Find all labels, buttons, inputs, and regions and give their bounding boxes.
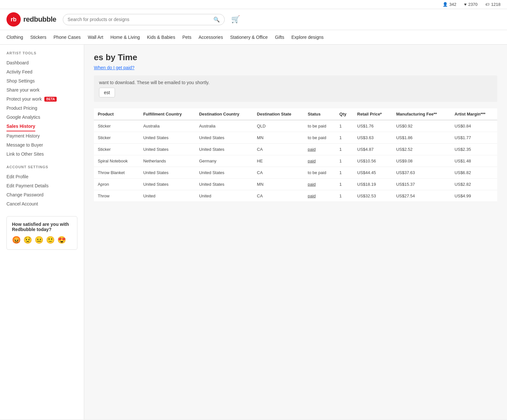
likes-icon: ♥ xyxy=(464,2,467,7)
sidebar-item-change-password[interactable]: Change Password xyxy=(6,190,77,199)
cell-qty: 1 xyxy=(335,167,353,179)
col-header-dest-country: Destination Country xyxy=(195,108,253,120)
cell-status[interactable]: paid xyxy=(304,179,336,190)
col-header-dest-state: Destination State xyxy=(253,108,304,120)
emoji-neutral[interactable]: 😐 xyxy=(35,236,43,244)
download-notice: want to download. These will be emailed … xyxy=(94,75,497,102)
cell-product: Apron xyxy=(94,179,139,190)
cell-fulfillment: United States xyxy=(139,179,195,190)
cell-dest-state: CA xyxy=(253,144,304,155)
cell-retail: US$32.53 xyxy=(353,190,392,202)
cell-product: Sticker xyxy=(94,132,139,144)
artist-tools-title: ARTIST TOOLS xyxy=(6,51,77,55)
nav-item-kids-babies[interactable]: Kids & Babies xyxy=(147,30,175,44)
cell-margin: US$1.77 xyxy=(451,132,497,144)
cell-qty: 1 xyxy=(335,132,353,144)
cell-qty: 1 xyxy=(335,179,353,190)
sidebar-item-link-to-other-sites[interactable]: Link to Other Sites xyxy=(6,149,77,159)
cell-retail: US$4.87 xyxy=(353,144,392,155)
cell-fulfillment: United xyxy=(139,190,195,202)
cell-retail: US$1.76 xyxy=(353,120,392,132)
cell-fulfillment: United States xyxy=(139,144,195,155)
cell-mfg-fee: US$9.08 xyxy=(392,155,451,167)
emoji-sad[interactable]: 😟 xyxy=(23,236,32,244)
cell-destination: United xyxy=(195,190,253,202)
sidebar-item-share-work[interactable]: Share your work xyxy=(6,85,77,94)
sidebar-item-shop-settings[interactable]: Shop Settings xyxy=(6,76,77,85)
sidebar-item-edit-profile[interactable]: Edit Profile xyxy=(6,172,77,181)
nav-item-accessories[interactable]: Accessories xyxy=(198,30,223,44)
cell-status[interactable]: paid xyxy=(304,190,336,202)
col-header-qty: Qty xyxy=(335,108,353,120)
cell-status: to be paid xyxy=(304,167,336,179)
cell-dest-state: MN xyxy=(253,179,304,190)
tags-count: 🏷 1218 xyxy=(485,2,501,7)
nav-item-pets[interactable]: Pets xyxy=(182,30,191,44)
nav-item-phone-cases[interactable]: Phone Cases xyxy=(53,30,81,44)
table-row: Apron United States United States MN pai… xyxy=(94,179,497,190)
cell-mfg-fee: US$0.92 xyxy=(392,120,451,132)
cell-product: Sticker xyxy=(94,120,139,132)
cell-qty: 1 xyxy=(335,120,353,132)
sidebar-item-dashboard[interactable]: Dashboard xyxy=(6,58,77,67)
cell-product: Throw xyxy=(94,190,139,202)
nav-item-clothing[interactable]: Clothing xyxy=(6,30,23,44)
nav-item-home-living[interactable]: Home & Living xyxy=(110,30,140,44)
main-nav: Clothing Stickers Phone Cases Wall Art H… xyxy=(0,30,507,45)
sidebar-item-payment-history[interactable]: Payment History xyxy=(6,131,77,140)
cell-qty: 1 xyxy=(335,190,353,202)
account-settings-title: ACCOUNT SETTINGS xyxy=(6,165,77,169)
cell-mfg-fee: US$2.52 xyxy=(392,144,451,155)
logo-text: redbubble xyxy=(23,15,56,24)
search-input[interactable] xyxy=(68,17,213,22)
emoji-angry[interactable]: 😡 xyxy=(12,236,21,244)
sidebar-item-product-pricing[interactable]: Product Pricing xyxy=(6,104,77,113)
nav-item-explore[interactable]: Explore designs xyxy=(291,30,324,44)
cell-dest-state: MN xyxy=(253,132,304,144)
cell-status[interactable]: paid xyxy=(304,155,336,167)
cart-button[interactable]: 🛒 xyxy=(231,15,240,24)
nav-item-stickers[interactable]: Stickers xyxy=(30,30,46,44)
emoji-happy[interactable]: 🙂 xyxy=(46,236,55,244)
cell-retail: US$44.45 xyxy=(353,167,392,179)
cell-fulfillment: United States xyxy=(139,167,195,179)
emoji-love[interactable]: 😍 xyxy=(57,236,66,244)
tags-icon: 🏷 xyxy=(485,2,490,7)
sidebar-item-cancel-account[interactable]: Cancel Account xyxy=(6,199,77,208)
cell-fulfillment: Netherlands xyxy=(139,155,195,167)
cell-status[interactable]: paid xyxy=(304,144,336,155)
sidebar-item-google-analytics[interactable]: Google Analytics xyxy=(6,113,77,122)
table-row: Throw Blanket United States United State… xyxy=(94,167,497,179)
cell-mfg-fee: US$37.63 xyxy=(392,167,451,179)
cell-fulfillment: United States xyxy=(139,132,195,144)
sidebar-item-protect-work[interactable]: Protect your work Beta xyxy=(6,94,77,104)
search-button[interactable]: 🔍 xyxy=(213,17,220,23)
sidebar-item-activity-feed[interactable]: Activity Feed xyxy=(6,67,77,76)
cell-product: Throw Blanket xyxy=(94,167,139,179)
sidebar-item-edit-payment[interactable]: Edit Payment Details xyxy=(6,181,77,190)
cell-fulfillment: Australia xyxy=(139,120,195,132)
cell-dest-state: CA xyxy=(253,190,304,202)
sidebar-item-sales-history[interactable]: Sales History xyxy=(6,122,35,131)
cell-qty: 1 xyxy=(335,144,353,155)
nav-item-wall-art[interactable]: Wall Art xyxy=(88,30,103,44)
satisfaction-widget: How satisfied are you with Redbubble tod… xyxy=(6,216,77,250)
cell-margin: US$4.99 xyxy=(451,190,497,202)
download-button[interactable]: est xyxy=(99,88,115,97)
nav-item-gifts[interactable]: Gifts xyxy=(275,30,284,44)
cell-mfg-fee: US$1.86 xyxy=(392,132,451,144)
logo[interactable]: rb redbubble xyxy=(6,12,56,27)
followers-count: 👤 342 xyxy=(443,2,456,7)
cell-margin: US$6.82 xyxy=(451,167,497,179)
col-header-mfg-fee: Manufacturing Fee** xyxy=(392,108,451,120)
when-paid-link[interactable]: When do I get paid? xyxy=(94,65,497,70)
nav-item-stationery[interactable]: Stationery & Office xyxy=(230,30,268,44)
table-row: Throw United United CA paid 1 US$32.53 U… xyxy=(94,190,497,202)
cell-destination: United States xyxy=(195,132,253,144)
cell-destination: Germany xyxy=(195,155,253,167)
likes-count: ♥ 2370 xyxy=(464,2,478,7)
cell-mfg-fee: US$27.54 xyxy=(392,190,451,202)
cell-product: Spiral Notebook xyxy=(94,155,139,167)
sidebar-item-message-to-buyer[interactable]: Message to Buyer xyxy=(6,140,77,149)
beta-badge: Beta xyxy=(44,97,57,102)
